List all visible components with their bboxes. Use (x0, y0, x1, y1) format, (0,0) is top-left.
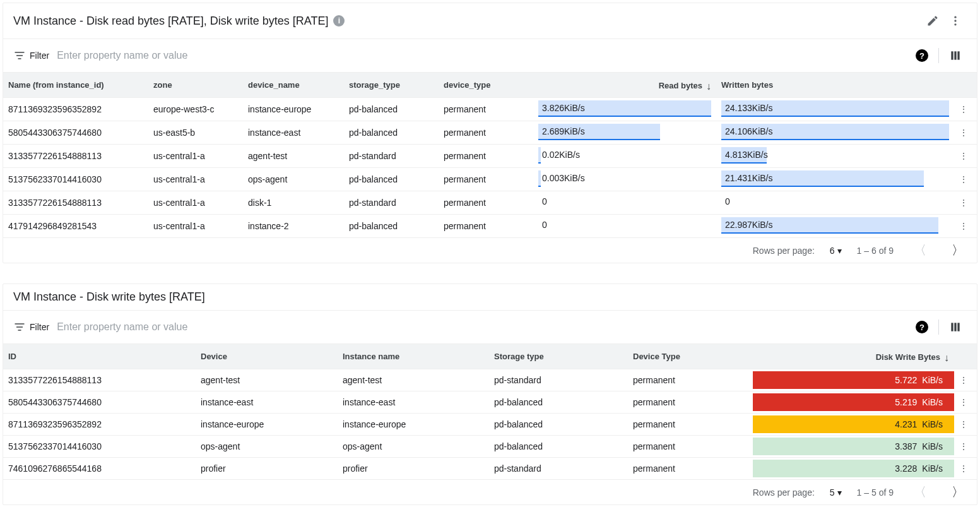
table-row: 8711369323596352892europe-west3-cinstanc… (3, 98, 977, 121)
table-row: 5805443306375744680us-east5-binstance-ea… (3, 121, 977, 145)
cell-device-type: permanent (439, 125, 533, 140)
table-row: 3133577226154888113us-central1-aagent-te… (3, 145, 977, 168)
prev-page-icon[interactable]: 〈 (909, 242, 931, 259)
col-device[interactable]: Device (196, 349, 338, 364)
row-menu-icon[interactable]: ⋮ (954, 151, 973, 161)
cell-disk-write-bytes: 3.228KiB/s (748, 458, 954, 479)
next-page-icon[interactable]: 〉 (947, 484, 969, 501)
cell-device-name: disk-1 (243, 195, 344, 210)
col-instance[interactable]: Instance name (338, 349, 489, 364)
col-write-bytes[interactable]: Disk Write Bytes↓ (748, 349, 954, 365)
info-icon[interactable]: i (333, 15, 345, 27)
col-dtype[interactable]: Device Type (628, 349, 748, 364)
col-dtype[interactable]: device_type (439, 78, 533, 92)
cell-disk-write-bytes: 5.722KiB/s (748, 369, 954, 391)
help-icon[interactable]: ? (911, 44, 933, 67)
cell-device: profier (196, 461, 338, 476)
table-row: 5137562337014416030us-central1-aops-agen… (3, 168, 977, 191)
cell-id: 3133577226154888113 (3, 373, 196, 388)
cell-storage-type: pd-balanced (489, 417, 628, 432)
svg-rect-6 (951, 323, 953, 331)
filter-input[interactable] (56, 321, 911, 333)
cell-read-bytes: 0.003KiB/s (533, 168, 716, 191)
table-row: 417914296849281543us-central1-ainstance-… (3, 215, 977, 238)
cell-instance-id: 5137562337014416030 (3, 172, 148, 187)
cell-written-bytes: 24.133KiB/s (716, 98, 954, 121)
filter-icon (13, 49, 26, 62)
rows-per-page-select[interactable]: 5 ▾ (830, 487, 842, 498)
cell-storage-type: pd-balanced (344, 102, 439, 117)
col-id[interactable]: ID (3, 349, 196, 364)
pagination: Rows per page: 6 ▾ 1 – 6 of 9 〈 〉 (3, 238, 977, 263)
table-row: 8711369323596352892instance-europeinstan… (3, 414, 977, 436)
cell-device-type: permanent (628, 373, 748, 388)
cell-storage-type: pd-standard (489, 373, 628, 388)
row-menu-icon[interactable]: ⋮ (954, 174, 973, 184)
filter-label: Filter (30, 322, 49, 332)
col-device[interactable]: device_name (243, 78, 344, 92)
cell-id: 7461096276865544168 (3, 461, 196, 476)
col-write[interactable]: Written bytes (716, 78, 954, 92)
row-menu-icon[interactable]: ⋮ (954, 463, 973, 474)
row-menu-icon[interactable]: ⋮ (954, 104, 973, 114)
table-row: 5805443306375744680instance-eastinstance… (3, 391, 977, 414)
next-page-icon[interactable]: 〉 (947, 242, 969, 259)
cell-read-bytes: 0 (533, 215, 716, 237)
cell-instance-name: profier (338, 461, 489, 476)
cell-instance-name: instance-east (338, 395, 489, 410)
cell-zone: us-central1-a (148, 148, 243, 164)
cell-device-type: permanent (628, 417, 748, 432)
cell-storage-type: pd-balanced (344, 172, 439, 187)
cell-device: instance-europe (196, 417, 338, 432)
col-zone[interactable]: zone (148, 78, 243, 92)
cell-read-bytes: 2.689KiB/s (533, 121, 716, 144)
panel-disk-write: VM Instance - Disk write bytes [RATE] Fi… (3, 283, 977, 505)
table-row: 3133577226154888113agent-testagent-testp… (3, 369, 977, 391)
columns-icon[interactable] (944, 44, 967, 67)
row-menu-icon[interactable]: ⋮ (954, 198, 973, 208)
divider (938, 48, 939, 63)
panel-disk-read-write: VM Instance - Disk read bytes [RATE], Di… (3, 3, 977, 263)
help-icon[interactable]: ? (911, 316, 933, 338)
cell-device: ops-agent (196, 439, 338, 454)
row-menu-icon[interactable]: ⋮ (954, 419, 973, 429)
cell-disk-write-bytes: 3.387KiB/s (748, 436, 954, 457)
cell-storage-type: pd-balanced (344, 218, 439, 234)
cell-instance-id: 5805443306375744680 (3, 125, 148, 140)
cell-storage-type: pd-balanced (344, 125, 439, 140)
sort-desc-icon: ↓ (944, 352, 949, 363)
cell-written-bytes: 24.106KiB/s (716, 121, 954, 144)
svg-rect-4 (954, 51, 956, 59)
col-name[interactable]: Name (from instance_id) (3, 78, 148, 92)
cell-device-type: permanent (628, 461, 748, 476)
dropdown-icon: ▾ (837, 246, 842, 256)
cell-device-name: ops-agent (243, 172, 344, 187)
svg-point-0 (954, 16, 956, 18)
cell-device-type: permanent (439, 218, 533, 234)
cell-device-type: permanent (439, 195, 533, 210)
row-menu-icon[interactable]: ⋮ (954, 441, 973, 451)
col-read[interactable]: Read bytes↓ (533, 77, 716, 93)
row-menu-icon[interactable]: ⋮ (954, 397, 973, 407)
filter-icon (13, 321, 26, 333)
col-storage[interactable]: storage_type (344, 78, 439, 92)
row-menu-icon[interactable]: ⋮ (954, 128, 973, 138)
table-header-row: ID Device Instance name Storage type Dev… (3, 344, 977, 369)
rows-per-page-select[interactable]: 6 ▾ (830, 246, 842, 256)
filter-input[interactable] (56, 49, 911, 62)
cell-device: instance-east (196, 395, 338, 410)
cell-written-bytes: 0 (716, 191, 954, 214)
prev-page-icon[interactable]: 〈 (909, 484, 931, 501)
row-menu-icon[interactable]: ⋮ (954, 375, 973, 385)
cell-disk-write-bytes: 5.219KiB/s (748, 391, 954, 413)
more-vert-icon[interactable] (944, 9, 967, 32)
edit-icon[interactable] (921, 9, 944, 32)
cell-instance-name: ops-agent (338, 439, 489, 454)
columns-icon[interactable] (944, 316, 967, 338)
cell-written-bytes: 22.987KiB/s (716, 215, 954, 237)
table-header-row: Name (from instance_id) zone device_name… (3, 73, 977, 98)
cell-zone: europe-west3-c (148, 102, 243, 117)
row-menu-icon[interactable]: ⋮ (954, 221, 973, 231)
table-row: 5137562337014416030ops-agentops-agentpd-… (3, 436, 977, 458)
col-storage[interactable]: Storage type (489, 349, 628, 364)
